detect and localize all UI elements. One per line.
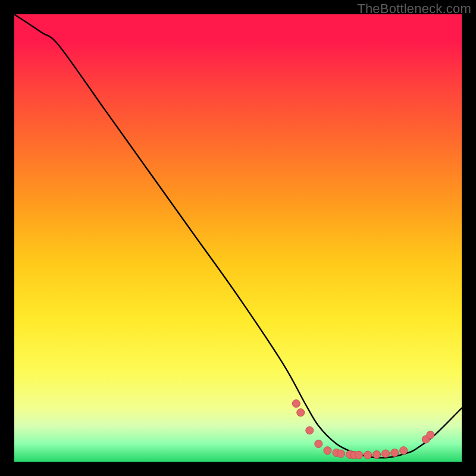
bottleneck-curve-line	[14, 14, 462, 458]
data-marker	[391, 449, 399, 456]
data-marker	[355, 451, 363, 459]
data-marker	[315, 440, 322, 447]
data-marker	[337, 450, 345, 458]
chart-svg	[14, 14, 462, 462]
data-marker	[382, 450, 390, 458]
chart-stage: TheBottleneck.com	[0, 0, 476, 476]
data-marker	[364, 451, 372, 459]
bottleneck-curve-markers	[292, 400, 434, 459]
data-marker	[427, 431, 434, 439]
chart-plot-area	[14, 14, 462, 462]
data-marker	[306, 427, 314, 434]
data-marker	[324, 447, 331, 455]
data-marker	[373, 450, 381, 458]
data-marker	[297, 409, 305, 416]
data-marker	[292, 400, 300, 408]
watermark-text: TheBottleneck.com	[357, 1, 471, 17]
data-marker	[400, 447, 408, 455]
